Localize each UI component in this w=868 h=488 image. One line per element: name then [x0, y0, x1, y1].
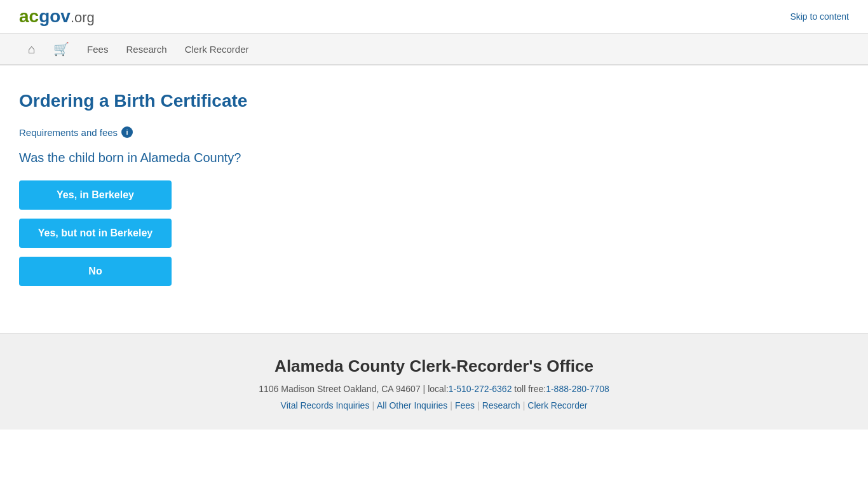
nav-home[interactable]: ⌂ [19, 34, 44, 64]
requirements-fees-link[interactable]: Requirements and fees [19, 127, 118, 138]
footer-title: Alameda County Clerk-Recorder's Office [13, 356, 855, 376]
born-question: Was the child born in Alameda County? [19, 151, 553, 165]
no-button[interactable]: No [19, 257, 172, 286]
address-sep: | [423, 384, 428, 394]
footer-sep-2: | [477, 400, 480, 410]
footer-links: Vital Records Inquiries|All Other Inquir… [13, 400, 855, 410]
footer-link-0[interactable]: Vital Records Inquiries [281, 400, 370, 410]
nav-clerk-recorder[interactable]: Clerk Recorder [176, 34, 258, 64]
logo: acgov.org [19, 6, 95, 27]
local-label: local: [428, 384, 449, 394]
logo-org: .org [71, 10, 95, 25]
toll-free-label: toll free: [514, 384, 546, 394]
footer-link-1[interactable]: All Other Inquiries [377, 400, 447, 410]
nav-fees[interactable]: Fees [78, 34, 117, 64]
home-icon: ⌂ [28, 42, 36, 57]
local-phone-link[interactable]: 1-510-272-6362 [449, 384, 512, 394]
footer-link-2[interactable]: Fees [455, 400, 475, 410]
logo-ac: ac [19, 6, 39, 26]
address-text: 1106 Madison Street Oakland, CA 94607 [259, 384, 421, 394]
footer-sep-3: | [523, 400, 526, 410]
main-content: Ordering a Birth Certificate Requirement… [0, 65, 572, 333]
logo-gov: gov [39, 6, 71, 26]
yes-berkeley-button[interactable]: Yes, in Berkeley [19, 180, 172, 210]
footer-address: 1106 Madison Street Oakland, CA 94607 | … [13, 384, 855, 394]
footer-sep-0: | [372, 400, 374, 410]
footer-sep-1: | [450, 400, 452, 410]
site-footer: Alameda County Clerk-Recorder's Office 1… [0, 333, 868, 430]
toll-free-link[interactable]: 1-888-280-7708 [546, 384, 609, 394]
requirements-row: Requirements and fees i [19, 126, 553, 138]
cart-icon: 🛒 [53, 41, 69, 57]
nav-cart[interactable]: 🛒 [44, 34, 78, 64]
nav-research[interactable]: Research [117, 34, 175, 64]
page-title: Ordering a Birth Certificate [19, 91, 553, 111]
main-nav: ⌂ 🛒 Fees Research Clerk Recorder [0, 34, 868, 65]
info-icon[interactable]: i [121, 126, 133, 138]
skip-to-content-link[interactable]: Skip to content [790, 11, 849, 22]
site-header: acgov.org Skip to content [0, 0, 868, 34]
footer-link-4[interactable]: Clerk Recorder [527, 400, 587, 410]
yes-not-berkeley-button[interactable]: Yes, but not in Berkeley [19, 219, 172, 248]
footer-link-3[interactable]: Research [482, 400, 520, 410]
